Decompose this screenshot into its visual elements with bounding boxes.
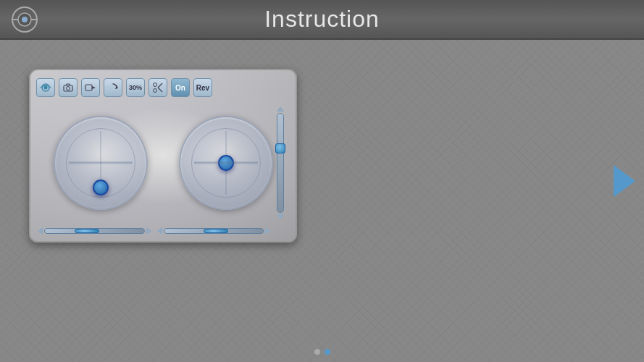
page-title: Instruction bbox=[264, 6, 380, 33]
next-nav-arrow[interactable] bbox=[614, 165, 635, 197]
right-hscroll[interactable] bbox=[157, 227, 271, 235]
instructions-list: 1. Mettre le produit sous tension. L'ind… bbox=[326, 65, 622, 226]
controller-image: 30% On Rev bbox=[29, 69, 297, 243]
hscroll-left-arrow[interactable] bbox=[38, 227, 43, 235]
joystick-vline-r bbox=[225, 131, 226, 195]
inst-num-1: 1. bbox=[326, 65, 340, 98]
inst-num-4: 4. bbox=[326, 193, 340, 226]
ctrl-btn-rotate[interactable] bbox=[104, 78, 122, 97]
instruction-item-4: 4. Ouvrez l'application "Polaroid DRONE"… bbox=[326, 193, 622, 226]
controller-panel: 30% On Rev bbox=[22, 62, 304, 348]
svg-point-8 bbox=[67, 87, 70, 90]
svg-rect-9 bbox=[85, 85, 92, 90]
svg-line-13 bbox=[158, 88, 162, 92]
inst-text-4: Ouvrez l'application "Polaroid DRONE" et… bbox=[346, 193, 622, 226]
right-joystick-dot bbox=[218, 155, 234, 171]
vertical-slider[interactable] bbox=[274, 106, 287, 219]
instruction-item-2: 2. Entrez dans les paramètres de votre m… bbox=[326, 108, 622, 140]
inst-text-3: recherchez le réseau WIFI appelé "Polaro… bbox=[346, 151, 622, 183]
hscroll-right-arrow[interactable] bbox=[146, 227, 151, 235]
content-area: 30% On Rev bbox=[0, 40, 644, 362]
slider-handle bbox=[275, 143, 285, 153]
svg-point-2 bbox=[22, 17, 28, 22]
ctrl-btn-percent[interactable]: 30% bbox=[126, 78, 145, 97]
svg-point-6 bbox=[44, 86, 48, 90]
svg-marker-11 bbox=[115, 85, 118, 90]
left-joystick-dot bbox=[93, 180, 109, 195]
slider-track bbox=[277, 113, 284, 213]
ctrl-btn-eye[interactable] bbox=[36, 78, 55, 97]
ctrl-btn-photo[interactable] bbox=[59, 78, 78, 97]
hscroll-thumb-left bbox=[75, 229, 99, 233]
instruction-item-3: 3. recherchez le réseau WIFI appelé "Pol… bbox=[326, 151, 622, 183]
ctrl-btn-rev[interactable]: Rev bbox=[193, 78, 212, 97]
left-hscroll[interactable] bbox=[38, 227, 151, 235]
bottom-scrollbars bbox=[38, 227, 270, 235]
hscroll2-left-arrow[interactable] bbox=[157, 227, 162, 235]
right-joystick[interactable] bbox=[179, 116, 273, 210]
svg-point-14 bbox=[154, 83, 157, 87]
inst-num-3: 3. bbox=[326, 151, 340, 183]
hscroll-track-right bbox=[164, 228, 264, 234]
inst-num-2: 2. bbox=[326, 108, 340, 140]
inst-text-2: Entrez dans les paramètres de votre mobi… bbox=[346, 108, 622, 140]
inst-text-1: Mettre le produit sous tension. L'indica… bbox=[346, 65, 622, 98]
logo-icon bbox=[11, 6, 38, 33]
ctrl-btn-video[interactable] bbox=[81, 78, 100, 97]
header: Instruction bbox=[0, 0, 644, 40]
dot-2[interactable] bbox=[325, 349, 330, 355]
dot-1[interactable] bbox=[314, 349, 320, 355]
controller-toolbar: 30% On Rev bbox=[36, 76, 290, 99]
slider-down-arrow[interactable] bbox=[277, 214, 284, 219]
instruction-item-1: 1. Mettre le produit sous tension. L'ind… bbox=[326, 65, 622, 98]
hscroll-track-left bbox=[44, 228, 145, 234]
svg-line-12 bbox=[158, 83, 162, 88]
ctrl-btn-on[interactable]: On bbox=[171, 78, 190, 97]
slider-up-arrow[interactable] bbox=[277, 106, 284, 111]
ctrl-btn-scissors[interactable] bbox=[149, 78, 167, 97]
page-dots bbox=[314, 349, 330, 355]
joysticks-area bbox=[38, 106, 288, 219]
instructions-panel: 1. Mettre le produit sous tension. L'ind… bbox=[326, 62, 622, 348]
hscroll-thumb-right bbox=[204, 229, 228, 233]
svg-point-15 bbox=[154, 89, 157, 93]
hscroll2-right-arrow[interactable] bbox=[265, 227, 270, 235]
svg-marker-10 bbox=[92, 86, 96, 89]
left-joystick[interactable] bbox=[54, 116, 148, 210]
